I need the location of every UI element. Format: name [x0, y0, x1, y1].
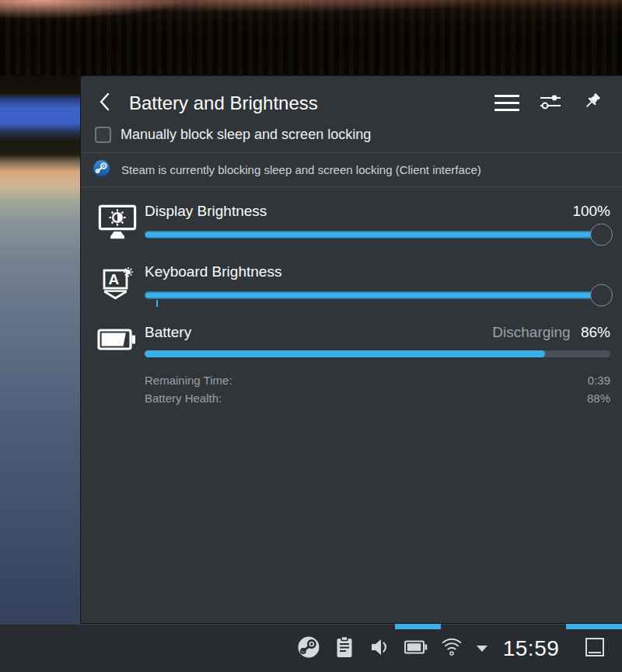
- battery-health-row: Battery Health: 88%: [145, 389, 610, 407]
- volume-icon: [369, 636, 392, 661]
- sleep-inhibitor-notice: Steam is currently blocking sleep and sc…: [81, 152, 622, 187]
- show-desktop-icon: [584, 636, 606, 661]
- keyboard-brightness-section: A Keyboard Brightness: [81, 251, 622, 312]
- battery-icon: [90, 324, 145, 353]
- keyboard-brightness-label: Keyboard Brightness: [145, 263, 281, 280]
- header-actions: [494, 92, 602, 114]
- battery-status: Discharging 86%: [492, 324, 610, 341]
- keyboard-brightness-slider[interactable]: [145, 284, 610, 307]
- pin-button[interactable]: [582, 92, 602, 114]
- wifi-icon: [440, 637, 463, 660]
- configure-button[interactable]: [538, 92, 563, 114]
- battery-details: Remaining Time: 0:39 Battery Health: 88%: [145, 371, 610, 407]
- battery-label: Battery: [145, 324, 191, 341]
- clipboard-tray-button[interactable]: [327, 625, 362, 672]
- system-tray: 15:59: [291, 625, 622, 672]
- block-sleep-checkbox-row[interactable]: Manually block sleep and screen locking: [81, 124, 622, 152]
- taskbar: 15:59: [0, 624, 622, 672]
- notice-text: Steam is currently blocking sleep and sc…: [121, 163, 481, 176]
- svg-text:A: A: [108, 271, 119, 287]
- wallpaper-forest-sky: [0, 0, 622, 78]
- hamburger-menu-icon: [494, 95, 519, 111]
- battery-state: Discharging: [492, 324, 570, 340]
- battery-tray-button[interactable]: [398, 625, 434, 672]
- display-brightness-label: Display Brightness: [145, 203, 267, 220]
- slider-handle[interactable]: [590, 284, 613, 307]
- battery-brightness-popup: Battery and Brightness: [80, 75, 622, 624]
- slider-fill: [145, 292, 610, 299]
- pin-icon: [582, 92, 602, 114]
- battery-health-label: Battery Health:: [145, 389, 222, 407]
- remaining-time-label: Remaining Time:: [145, 371, 232, 389]
- overflow-menu-button[interactable]: [494, 95, 519, 111]
- battery-percent: 86%: [581, 324, 610, 340]
- steam-tray-button[interactable]: [291, 625, 327, 672]
- back-icon: [96, 92, 114, 114]
- battery-section: Battery Discharging 86% Remaining Time: …: [81, 312, 622, 412]
- popup-title: Battery and Brightness: [129, 92, 494, 114]
- battery-health-value: 88%: [587, 389, 610, 407]
- back-button[interactable]: [96, 92, 120, 114]
- configure-sliders-icon: [538, 92, 563, 114]
- checkbox-label: Manually block sleep and screen locking: [121, 127, 371, 143]
- battery-progressbar: [145, 350, 610, 357]
- remaining-time-row: Remaining Time: 0:39: [145, 371, 610, 389]
- keyboard-brightness-icon: A: [90, 263, 145, 302]
- slider-tick-mark: [156, 300, 158, 307]
- clock[interactable]: 15:59: [494, 625, 568, 672]
- show-desktop-button[interactable]: [568, 625, 622, 672]
- popup-header: Battery and Brightness: [81, 76, 622, 124]
- clipboard-icon: [334, 635, 355, 662]
- battery-progress-fill: [145, 350, 545, 357]
- slider-fill: [145, 232, 610, 239]
- volume-tray-button[interactable]: [362, 625, 398, 672]
- checkbox-unchecked[interactable]: [95, 127, 111, 143]
- network-tray-button[interactable]: [434, 625, 470, 672]
- display-brightness-value: 100%: [572, 203, 610, 220]
- battery-icon: [404, 638, 428, 660]
- tray-expander-button[interactable]: [470, 625, 494, 672]
- slider-handle[interactable]: [590, 224, 613, 246]
- expand-caret-icon: [476, 642, 488, 656]
- steam-icon: [93, 159, 110, 180]
- display-brightness-section: Display Brightness 100%: [81, 187, 622, 251]
- remaining-time-value: 0:39: [588, 371, 610, 389]
- display-brightness-icon: [90, 203, 145, 240]
- wallpaper-lake: [0, 75, 80, 624]
- steam-icon: [297, 635, 320, 662]
- display-brightness-slider[interactable]: [145, 223, 610, 246]
